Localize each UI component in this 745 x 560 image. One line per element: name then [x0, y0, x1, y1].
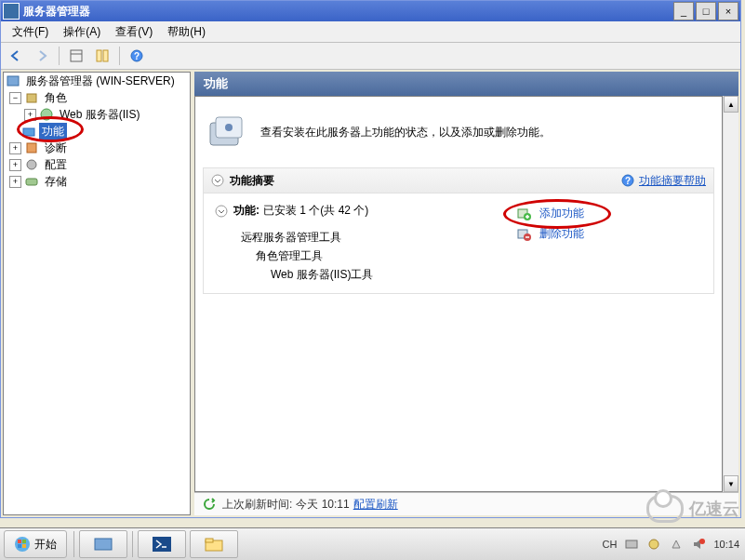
features-label: 功能: — [233, 203, 259, 219]
minimize-button[interactable]: _ — [673, 2, 694, 20]
tree-iis[interactable]: Web 服务器(IIS) — [57, 106, 142, 124]
remove-features-link[interactable]: 删除功能 — [539, 226, 584, 242]
iis-icon — [39, 107, 54, 122]
forward-button[interactable] — [31, 45, 53, 67]
svg-text:?: ? — [625, 176, 631, 186]
menu-help[interactable]: 帮助(H) — [160, 22, 213, 42]
tree-roles[interactable]: 角色 — [42, 89, 70, 107]
expand-icon[interactable]: + — [9, 142, 21, 154]
tray-icon[interactable] — [624, 537, 639, 552]
intro-text: 查看安装在此服务器上功能的状态，以及添加或删除功能。 — [260, 125, 551, 140]
task-powershell[interactable] — [138, 530, 186, 558]
taskbar: 开始 CH 10:14 — [0, 527, 745, 560]
svg-point-35 — [699, 539, 705, 544]
main-window: 服务器管理器 _ □ × 文件(F) 操作(A) 查看(V) 帮助(H) ? 服… — [0, 0, 741, 518]
ime-indicator[interactable]: CH — [603, 539, 618, 550]
tray-icon[interactable] — [646, 537, 661, 552]
tray-icon[interactable] — [669, 537, 684, 552]
watermark: 亿速云 — [646, 495, 739, 523]
content-heading: 功能 — [194, 72, 738, 96]
menu-action[interactable]: 操作(A) — [56, 22, 108, 42]
properties-button[interactable] — [91, 45, 113, 67]
menu-view[interactable]: 查看(V) — [108, 22, 160, 42]
back-button[interactable] — [5, 45, 27, 67]
collapse-icon[interactable] — [211, 174, 224, 187]
configure-refresh-link[interactable]: 配置刷新 — [353, 497, 398, 513]
svg-point-34 — [649, 540, 659, 549]
summary-help-link[interactable]: 功能摘要帮助 — [639, 173, 706, 189]
task-explorer[interactable] — [190, 530, 238, 558]
remove-icon — [516, 226, 531, 241]
svg-point-15 — [225, 124, 233, 131]
svg-rect-2 — [97, 50, 101, 61]
installed-tool-1: 远程服务器管理工具 — [241, 228, 516, 247]
tree-root[interactable]: 服务器管理器 (WIN-SERVER) — [23, 73, 178, 90]
svg-rect-6 — [7, 76, 19, 86]
clock[interactable]: 10:14 — [713, 539, 739, 550]
task-server-manager[interactable] — [79, 530, 127, 558]
scroll-down-button[interactable]: ▼ — [724, 475, 738, 492]
svg-point-16 — [212, 175, 223, 186]
collapse-icon[interactable] — [215, 205, 228, 218]
tree-configuration[interactable]: 配置 — [42, 156, 70, 174]
svg-rect-32 — [206, 539, 213, 542]
add-features-link[interactable]: 添加功能 — [539, 206, 584, 221]
content-panel: 功能 查看安装在此服务器上功能的状态，以及添加或删除功能。 — [194, 72, 738, 515]
expand-icon[interactable]: + — [9, 176, 21, 188]
svg-point-19 — [216, 206, 227, 217]
start-label: 开始 — [34, 537, 57, 553]
svg-rect-28 — [22, 544, 26, 548]
features-status: 已安装 1 个(共 42 个) — [263, 203, 368, 219]
tray-volume-icon[interactable] — [691, 537, 706, 552]
window-title: 服务器管理器 — [23, 4, 672, 20]
features-large-icon — [206, 113, 247, 151]
expand-icon[interactable]: + — [9, 159, 21, 171]
svg-rect-0 — [71, 50, 82, 61]
menu-file[interactable]: 文件(F) — [5, 22, 56, 42]
svg-point-11 — [27, 160, 36, 169]
installed-tool-2: 角色管理工具 — [256, 247, 516, 265]
show-hide-button[interactable] — [65, 45, 87, 67]
svg-rect-12 — [26, 179, 37, 185]
summary-title: 功能摘要 — [230, 173, 620, 189]
svg-rect-26 — [22, 540, 26, 543]
add-icon — [516, 206, 531, 220]
app-icon — [3, 3, 20, 20]
help-button[interactable]: ? — [126, 45, 148, 67]
maximize-button[interactable]: □ — [696, 2, 716, 20]
svg-rect-25 — [18, 540, 21, 543]
titlebar[interactable]: 服务器管理器 _ □ × — [1, 1, 740, 21]
toolbar: ? — [1, 43, 740, 70]
start-button[interactable]: 开始 — [4, 530, 67, 558]
scrollbar[interactable]: ▲ ▼ — [723, 96, 738, 492]
tree-storage[interactable]: 存储 — [42, 173, 70, 191]
system-tray: CH 10:14 — [597, 531, 745, 557]
config-icon — [24, 157, 39, 172]
roles-icon — [24, 90, 39, 105]
menubar: 文件(F) 操作(A) 查看(V) 帮助(H) — [1, 21, 740, 43]
last-refresh-value: 今天 10:11 — [296, 497, 349, 513]
tree-features[interactable]: 功能 — [39, 123, 67, 140]
refresh-icon — [202, 497, 217, 512]
svg-rect-9 — [23, 128, 34, 136]
svg-rect-3 — [103, 50, 108, 61]
installed-tool-3: Web 服务器(IIS)工具 — [271, 265, 516, 284]
last-refresh-label: 上次刷新时间: — [222, 497, 292, 513]
scroll-up-button[interactable]: ▲ — [724, 96, 738, 113]
diagnostics-icon — [24, 140, 39, 155]
svg-rect-27 — [18, 544, 21, 548]
expand-icon[interactable]: + — [24, 109, 36, 121]
summary-panel: 功能摘要 ? 功能摘要帮助 — [203, 167, 714, 294]
svg-rect-7 — [27, 94, 36, 102]
tree-panel[interactable]: 服务器管理器 (WIN-SERVER) − 角色 + Web 服务器(IIS) … — [3, 72, 191, 515]
content-body: 查看安装在此服务器上功能的状态，以及添加或删除功能。 功能摘要 ? 功能摘要帮助 — [194, 96, 723, 492]
collapse-icon[interactable]: − — [9, 92, 21, 104]
close-button[interactable]: × — [718, 2, 738, 20]
svg-rect-10 — [27, 143, 36, 153]
tree-diagnostics[interactable]: 诊断 — [42, 140, 70, 157]
svg-rect-29 — [95, 539, 112, 550]
features-icon — [21, 124, 36, 139]
storage-icon — [24, 174, 39, 189]
server-icon — [6, 73, 20, 88]
svg-rect-33 — [626, 540, 637, 548]
